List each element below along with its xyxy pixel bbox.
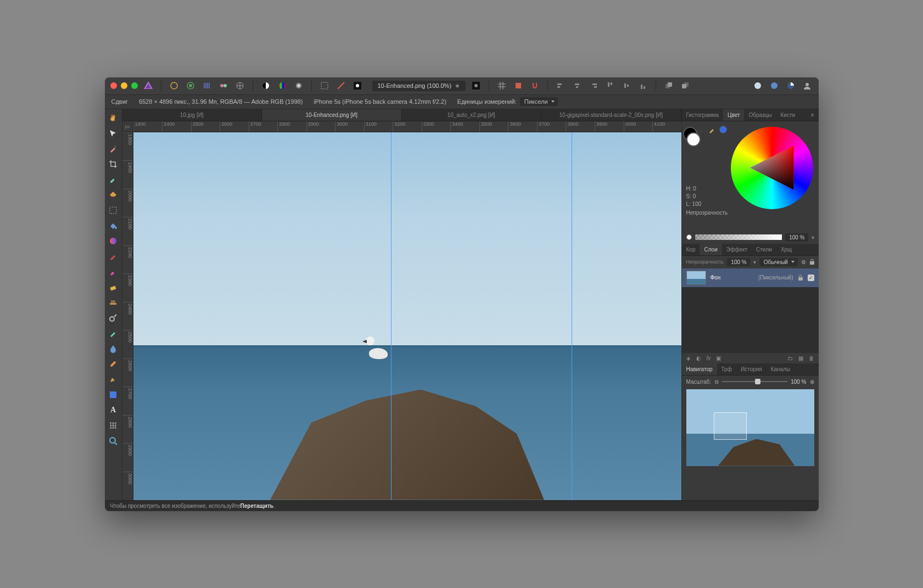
layer-fx-icon[interactable]: fx: [707, 355, 711, 361]
minimize-window-button[interactable]: [121, 82, 127, 89]
add-layer-icon[interactable]: ▦: [798, 355, 803, 361]
move-tool-icon[interactable]: [107, 127, 120, 140]
record-icon[interactable]: [470, 80, 482, 92]
layer-opacity-dropdown-icon[interactable]: ▾: [753, 259, 756, 265]
arrange-back-icon[interactable]: [679, 80, 691, 92]
inpainting-tool-icon[interactable]: [107, 327, 120, 340]
opacity-menu-icon[interactable]: ▾: [812, 234, 814, 240]
quick-mask-icon[interactable]: [351, 80, 363, 92]
vertical-guide[interactable]: [572, 132, 572, 500]
tab-effects[interactable]: Эффект: [722, 244, 752, 255]
blur-tool-icon[interactable]: [107, 342, 120, 355]
pen-tool-icon[interactable]: [107, 373, 120, 386]
horizontal-ruler[interactable]: 1800240025002600270028002900300031003200…: [133, 121, 681, 132]
colorwheel-icon[interactable]: [276, 80, 288, 92]
tab-brushes[interactable]: Кисти: [776, 109, 800, 121]
marquee-icon[interactable]: [318, 80, 331, 92]
tab-layers[interactable]: Слои: [700, 244, 721, 255]
align-middle-icon[interactable]: [620, 80, 633, 92]
flood-fill-tool-icon[interactable]: [107, 219, 120, 232]
tab-transform[interactable]: Трф: [717, 363, 736, 375]
zoom-out-icon[interactable]: ⊖: [714, 379, 719, 385]
rectangle-tool-icon[interactable]: [107, 388, 120, 401]
text-tool-icon[interactable]: A: [107, 404, 120, 417]
gear-icon[interactable]: ⚙: [801, 259, 806, 265]
recent-color-swatch[interactable]: [719, 126, 727, 133]
zoom-in-icon[interactable]: ⊕: [810, 379, 814, 385]
selection-brush-tool-icon[interactable]: [107, 173, 120, 186]
color-picker-tool-icon[interactable]: [107, 142, 120, 155]
vertical-ruler[interactable]: 1800190020002100220023002400250026002700…: [122, 132, 133, 500]
mesh-warp-tool-icon[interactable]: [107, 419, 120, 432]
layer-visible-checkbox[interactable]: ✓: [808, 275, 814, 281]
align-bottom-icon[interactable]: [637, 80, 649, 92]
flood-select-tool-icon[interactable]: [107, 188, 120, 201]
layer-adjustment-icon[interactable]: ◐: [696, 355, 701, 361]
tab-channels-short[interactable]: Хрщ: [776, 244, 796, 255]
document-tab[interactable]: 10_auto_x2.png [И]: [402, 109, 542, 121]
paint-brush-tool-icon[interactable]: [107, 250, 120, 263]
tab-adjustments[interactable]: Кор: [682, 244, 700, 255]
document-tab[interactable]: 10-Enhanced.png [И]: [262, 109, 402, 121]
marquee-tool-icon[interactable]: [107, 204, 120, 217]
persona-develop-icon[interactable]: [201, 80, 213, 92]
tab-histogram[interactable]: Гистограмма: [682, 109, 724, 121]
tab-channels[interactable]: Каналы: [767, 363, 795, 375]
account-icon[interactable]: [801, 80, 813, 92]
tab-swatches[interactable]: Образцы: [744, 109, 776, 121]
lock-icon[interactable]: [809, 259, 814, 265]
panel-menu-icon[interactable]: ≡: [807, 109, 819, 121]
tab-history[interactable]: История: [736, 363, 767, 375]
opacity-value[interactable]: 100 %: [785, 233, 808, 242]
pixel-brush-tool-icon[interactable]: [107, 265, 120, 278]
zoom-slider[interactable]: [722, 381, 787, 382]
navigator-viewport[interactable]: [714, 412, 747, 440]
pixel-grid-icon[interactable]: [512, 80, 524, 92]
document-tab[interactable]: 10.jpg [И]: [122, 109, 262, 121]
layer-crop-icon[interactable]: ▣: [716, 355, 721, 361]
align-top-icon[interactable]: [604, 80, 616, 92]
healing-tool-icon[interactable]: [107, 357, 120, 371]
persona-liquify-icon[interactable]: [184, 80, 197, 92]
assistant-circle-icon[interactable]: [752, 80, 764, 92]
tab-navigator[interactable]: Навигатор: [682, 363, 717, 375]
assistant-pie-icon[interactable]: [785, 80, 797, 92]
layer-row[interactable]: Фон (Пиксельный) ✓: [682, 268, 819, 287]
blend-mode-dropdown[interactable]: Обычный: [759, 258, 798, 266]
maximize-window-button[interactable]: [131, 82, 138, 89]
selection-refine-icon[interactable]: [335, 80, 347, 92]
primary-color-swatch[interactable]: [686, 132, 701, 147]
canvas-area[interactable]: px 1800240025002600270028002900300031003…: [122, 121, 681, 500]
vertical-guide[interactable]: [391, 132, 391, 500]
persona-export-icon[interactable]: [234, 80, 246, 92]
units-dropdown[interactable]: Пиксели: [520, 97, 558, 106]
opacity-slider[interactable]: [695, 234, 782, 240]
align-left-icon[interactable]: [555, 80, 567, 92]
layer-opacity-value[interactable]: 100 %: [727, 258, 750, 266]
align-center-h-icon[interactable]: [571, 80, 583, 92]
lock-icon[interactable]: [798, 275, 803, 281]
canvas[interactable]: [133, 132, 681, 500]
contrast-icon[interactable]: [260, 80, 272, 92]
tab-styles[interactable]: Стили: [752, 244, 776, 255]
persona-tone-map-icon[interactable]: [217, 80, 230, 92]
gradient-circle-icon[interactable]: [293, 80, 305, 92]
grid-icon[interactable]: [496, 80, 508, 92]
snapping-icon[interactable]: [529, 80, 541, 92]
gradient-tool-icon[interactable]: [107, 234, 120, 248]
layer-mask-icon[interactable]: ◈: [686, 355, 691, 361]
crop-tool-icon[interactable]: [107, 158, 120, 171]
clone-tool-icon[interactable]: [107, 296, 120, 309]
document-tab[interactable]: 10-gigapixel-standard-scale-2_00x.png [И…: [541, 109, 681, 121]
delete-layer-icon[interactable]: 🗑: [809, 355, 814, 361]
erase-tool-icon[interactable]: [107, 281, 120, 294]
align-right-icon[interactable]: [588, 80, 600, 92]
hand-tool-icon[interactable]: [107, 111, 120, 125]
arrange-front-icon[interactable]: [663, 80, 675, 92]
close-window-button[interactable]: [110, 82, 117, 89]
persona-photo-icon[interactable]: [168, 80, 180, 92]
eyedropper-icon[interactable]: [708, 126, 716, 133]
group-layer-icon[interactable]: 🗀: [787, 355, 793, 361]
zoom-tool-icon[interactable]: [107, 434, 120, 447]
tab-color[interactable]: Цвет: [723, 109, 744, 121]
